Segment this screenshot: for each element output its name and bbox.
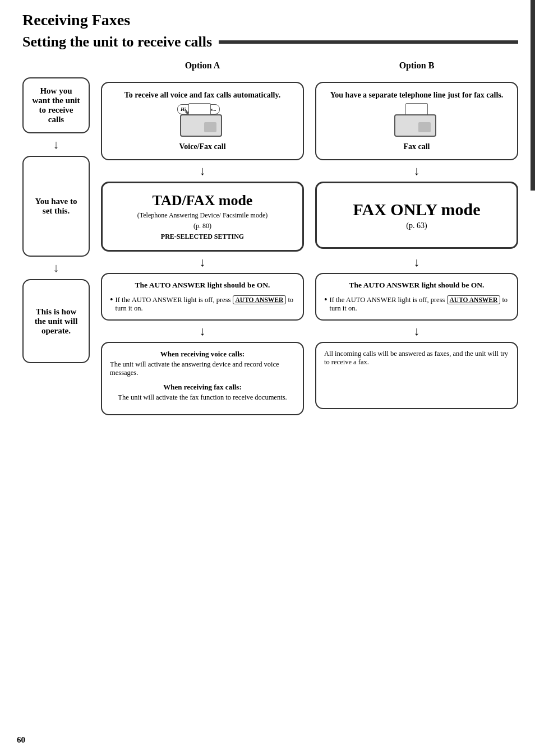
- left-label-operate: This is how the unit will operate.: [22, 279, 90, 363]
- left-label-set: You have to set this.: [22, 156, 90, 257]
- tad-fax-page: (p. 80): [193, 222, 211, 230]
- option-a-call-type: Voice/Fax call: [179, 142, 225, 151]
- tad-fax-title: TAD/FAX mode: [153, 192, 253, 209]
- auto-answer-key-b: AUTO ANSWER: [447, 295, 501, 304]
- section-title: Setting the unit to receive calls: [17, 34, 518, 50]
- bullet-dot-b: •: [324, 295, 328, 304]
- right-bar: [531, 0, 535, 191]
- tad-fax-mode-box: TAD/FAX mode (Telephone Answering Device…: [101, 182, 304, 252]
- result-fax-title: When receiving fax calls:: [163, 383, 242, 392]
- fax-only-mode-box: FAX ONLY mode (p. 63): [315, 182, 518, 249]
- option-b-desc-box: You have a separate telephone line just …: [315, 82, 518, 160]
- auto-answer-title-b: The AUTO ANSWER light should be ON.: [349, 281, 485, 290]
- arrow-a-3: ↓: [101, 321, 304, 342]
- result-voice-title: When receiving voice calls:: [160, 350, 245, 359]
- arrow-down-1: ↓: [53, 133, 59, 156]
- option-b-header: Option B: [399, 61, 435, 71]
- option-a-desc-box: To receive all voice and fax calls autom…: [101, 82, 304, 160]
- result-fax-text: The unit will activate the fax function …: [118, 393, 287, 402]
- auto-answer-key-a: AUTO ANSWER: [233, 295, 287, 304]
- arrow-down-2: ↓: [53, 257, 59, 279]
- fax-illustration-a: Hi, this is Mike...: [177, 103, 228, 137]
- fax-illustration-b: [391, 103, 442, 137]
- result-box-a: When receiving voice calls: The unit wil…: [101, 342, 304, 415]
- auto-answer-box-b: The AUTO ANSWER light should be ON. • If…: [315, 273, 518, 321]
- arrow-a-1: ↓: [101, 160, 304, 182]
- fax-only-title: FAX ONLY mode: [353, 200, 480, 219]
- arrow-a-2: ↓: [101, 252, 304, 273]
- tad-fax-subtitle: (Telephone Answering Device/ Facsimile m…: [137, 211, 268, 220]
- auto-answer-box-a: The AUTO ANSWER light should be ON. • If…: [101, 273, 304, 321]
- fax-only-page: (p. 63): [406, 221, 427, 230]
- auto-answer-title-a: The AUTO ANSWER light should be ON.: [135, 281, 270, 290]
- option-a-header: Option A: [185, 61, 220, 71]
- result-box-b: All incoming calls will be answered as f…: [315, 342, 518, 409]
- result-b-text: All incoming calls will be answered as f…: [324, 350, 509, 367]
- result-voice-text: The unit will activate the answering dev…: [110, 360, 295, 377]
- arrow-b-1: ↓: [315, 160, 518, 182]
- auto-answer-bullet-b: • If the AUTO ANSWER light is off, press…: [324, 295, 509, 313]
- left-label-how: How you want the unit to receive calls: [22, 77, 90, 133]
- bullet-dot-a: •: [110, 295, 113, 304]
- tad-fax-preselect: PRE-SELECTED SETTING: [161, 233, 244, 241]
- arrow-b-3: ↓: [315, 321, 518, 342]
- page-number: 60: [17, 735, 25, 745]
- arrow-b-2: ↓: [315, 252, 518, 273]
- option-b-call-type: Fax call: [403, 142, 430, 151]
- auto-answer-bullet-a: • If the AUTO ANSWER light is off, press…: [110, 295, 295, 313]
- page-title: Receiving Faxes: [17, 11, 518, 29]
